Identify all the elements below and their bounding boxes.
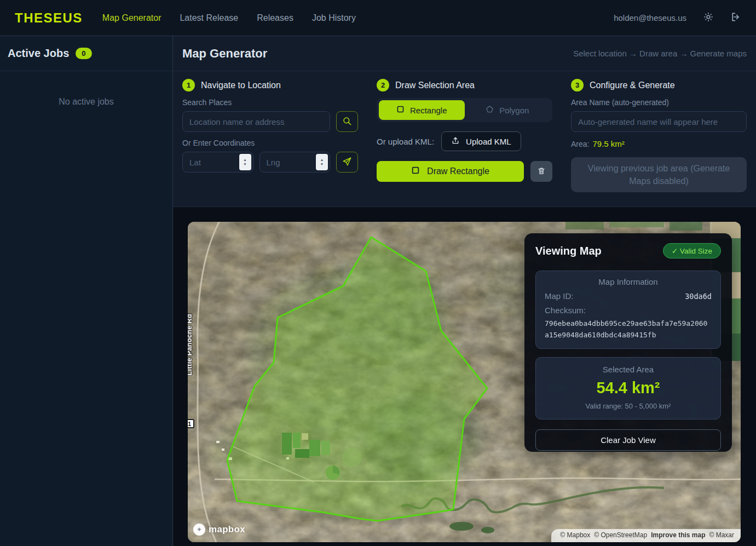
workflow-steps: 1 Navigate to Location Search Places Or … — [173, 71, 756, 207]
attribution-osm[interactable]: © OpenStreetMap — [594, 531, 647, 539]
map-section: Little Panoche Rd 1 ✦ mapbox © Mapbox © … — [173, 207, 756, 546]
pentagon-icon — [486, 105, 494, 115]
page-title: Map Generator — [182, 47, 267, 61]
main-nav: Map Generator Latest Release Releases Jo… — [102, 13, 356, 23]
no-active-jobs-message: No active jobs — [0, 97, 172, 107]
search-places-label: Search Places — [182, 98, 358, 107]
active-jobs-count-badge: 0 — [76, 48, 91, 59]
selected-area-title: Selected Area — [545, 365, 712, 374]
gear-icon — [703, 12, 714, 24]
upload-icon — [451, 136, 460, 147]
attribution-mapbox[interactable]: © Mapbox — [560, 531, 590, 539]
upload-kml-button[interactable]: Upload KML — [441, 131, 521, 151]
active-jobs-sidebar: Active Jobs 0 No active jobs — [0, 36, 173, 546]
mapbox-mark-icon: ✦ — [193, 524, 205, 536]
nav-releases[interactable]: Releases — [257, 13, 293, 23]
logout-button[interactable] — [730, 12, 741, 24]
sidebar-title: Active Jobs — [8, 47, 69, 60]
main-content: Map Generator Select location → Draw are… — [173, 36, 756, 546]
coordinates-label: Or Enter Coordinates — [182, 139, 358, 147]
valid-range-text: Valid range: 50 - 5,000 km² — [545, 402, 712, 410]
navbar-right: holden@theseus.us — [614, 12, 741, 24]
sidebar-header: Active Jobs 0 — [0, 36, 172, 71]
clear-selection-button[interactable] — [530, 161, 552, 182]
rectangle-icon — [411, 166, 420, 177]
mapbox-logo[interactable]: ✦ mapbox — [193, 524, 245, 536]
step-1-title: Navigate to Location — [201, 81, 281, 90]
viewing-map-panel: Viewing Map ✓ Valid Size Map Information… — [524, 233, 732, 452]
mode-rectangle-option[interactable]: Rectangle — [379, 100, 465, 120]
selected-area-card: Selected Area 54.4 km² Valid range: 50 -… — [535, 357, 721, 419]
draw-mode-toggle: Rectangle Polygon — [377, 98, 552, 122]
latitude-stepper[interactable]: ▲▼ — [239, 154, 251, 170]
nav-job-history[interactable]: Job History — [312, 13, 356, 23]
step-2-title: Draw Selection Area — [395, 81, 475, 90]
trash-icon — [537, 166, 546, 177]
brand-logo[interactable]: THESEUS — [15, 10, 83, 26]
user-email: holden@theseus.us — [614, 13, 686, 22]
viewing-map-title: Viewing Map — [535, 245, 602, 257]
step-draw-selection-area: 2 Draw Selection Area Rectangle P — [367, 71, 562, 206]
step-configure-generate: 3 Configure & Generate Area Name (auto-g… — [562, 71, 756, 206]
search-input[interactable] — [182, 111, 330, 132]
top-navbar: THESEUS Map Generator Latest Release Rel… — [0, 0, 756, 36]
search-button[interactable] — [336, 111, 358, 132]
search-icon — [342, 116, 352, 128]
map-attribution: © Mapbox © OpenStreetMap Improve this ma… — [551, 529, 741, 542]
generate-maps-button-disabled[interactable]: Viewing previous job area (Generate Maps… — [571, 157, 747, 192]
checksum-label: Checksum: — [545, 306, 712, 315]
route-shield: 1 — [188, 419, 194, 428]
logout-icon — [730, 12, 741, 24]
map-id-value: 30da6d — [685, 292, 712, 301]
area-name-input[interactable] — [571, 111, 747, 132]
page-header: Map Generator Select location → Draw are… — [173, 36, 756, 71]
step-2-number: 2 — [377, 79, 389, 91]
paper-plane-icon — [342, 157, 352, 168]
checksum-value: 796ebea0ba4dbb695ce29ae63bafa7e59a2060a1… — [545, 318, 712, 340]
nav-map-generator[interactable]: Map Generator — [102, 13, 161, 23]
map-information-card: Map Information Map ID: 30da6d Checksum:… — [535, 271, 721, 348]
settings-button[interactable] — [703, 12, 714, 24]
draw-rectangle-button[interactable]: Draw Rectangle — [377, 161, 524, 182]
longitude-stepper[interactable]: ▲▼ — [316, 154, 328, 170]
map-information-title: Map Information — [545, 277, 712, 286]
upload-kml-label: Or upload KML: — [377, 137, 434, 146]
workflow-hint: Select location → Draw area → Generate m… — [573, 49, 747, 58]
valid-size-badge: ✓ Valid Size — [663, 243, 721, 258]
map-id-label: Map ID: — [545, 291, 574, 301]
step-3-number: 3 — [571, 79, 584, 91]
map-canvas[interactable]: Little Panoche Rd 1 ✦ mapbox © Mapbox © … — [188, 222, 741, 542]
step-1-number: 1 — [182, 79, 195, 91]
area-readout: Area:79.5 km² — [571, 139, 747, 148]
clear-job-view-button[interactable]: Clear Job View — [535, 429, 721, 451]
nav-latest-release[interactable]: Latest Release — [180, 13, 238, 23]
selected-area-value: 54.4 km² — [545, 379, 712, 397]
area-value: 79.5 km² — [592, 139, 624, 148]
step-navigate-to-location: 1 Navigate to Location Search Places Or … — [173, 71, 367, 206]
attribution-maxar[interactable]: © Maxar — [709, 531, 734, 539]
step-3-title: Configure & Generate — [590, 81, 675, 90]
go-to-coordinates-button[interactable] — [336, 152, 358, 173]
rectangle-icon — [396, 105, 405, 115]
area-name-label: Area Name (auto-generated) — [571, 98, 747, 107]
mode-polygon-option[interactable]: Polygon — [465, 100, 551, 120]
road-label: Little Panoche Rd — [188, 314, 193, 375]
improve-map-link[interactable]: Improve this map — [651, 531, 705, 539]
